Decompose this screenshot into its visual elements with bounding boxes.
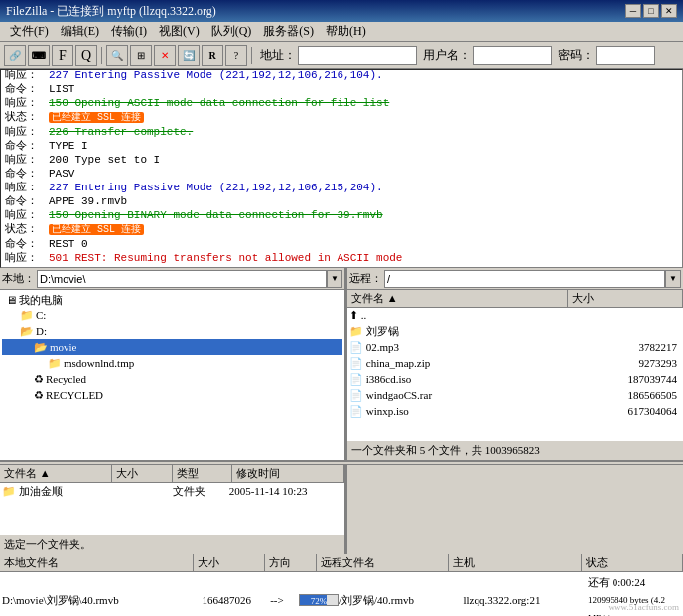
transfer-col-local[interactable]: 本地文件名 [0, 554, 194, 571]
maximize-button[interactable]: □ [643, 4, 659, 18]
local-file-row[interactable]: 📁 加油金顺文件夹2005-11-14 10:23 [0, 483, 344, 499]
tree-item[interactable]: ♻RECYCLED [2, 387, 342, 403]
tree-icon: ♻ [34, 371, 44, 387]
transfer-size: 166487026 [189, 591, 255, 609]
remote-file-size [568, 308, 681, 323]
log-line: 响应：227 Entering Passive Mode (221,192,12… [5, 69, 678, 82]
tree-icon: 🖥 [6, 292, 17, 308]
tree-label: RECYCLED [46, 387, 103, 403]
remote-file-row[interactable]: 📄 windgaoCS.rar186566505 [347, 387, 683, 403]
tree-icon: 📁 [48, 355, 62, 371]
transfer-col-dir[interactable]: 方向 [265, 554, 318, 571]
menu-file[interactable]: 文件(F) [4, 21, 55, 42]
log-line: 状态：已经建立 SSL 连接 [5, 110, 678, 125]
remote-file-row[interactable]: 📄 i386cd.iso187039744 [347, 371, 683, 387]
remote-file-row[interactable]: 📄 winxp.iso617304064 [347, 403, 683, 419]
local-file-date: 2005-11-14 10:23 [229, 483, 342, 499]
menu-queue[interactable]: 队列(Q) [205, 21, 258, 42]
tree-item[interactable]: 📁C: [2, 308, 342, 323]
toolbar-btn-search[interactable]: 🔍 [106, 45, 128, 66]
remote-file-row[interactable]: 📁 刘罗锅 [347, 323, 683, 339]
remote-panel: 远程： ▼ 文件名 ▲ 大小 ⬆ ..📁 刘罗锅📄 02.mp33782217📄… [347, 268, 683, 460]
password-input[interactable] [596, 46, 655, 65]
toolbar-btn-refresh[interactable]: 🔄 [178, 45, 200, 66]
log-prefix: 响应： [5, 208, 45, 222]
menu-transfer[interactable]: 传输(I) [105, 21, 153, 42]
log-text: 已经建立 SSL 连接 [49, 110, 144, 125]
local-address-input[interactable] [37, 270, 327, 288]
remote-address-input[interactable] [384, 270, 665, 288]
remote-file-name: 📄 i386cd.iso [349, 371, 568, 387]
transfer-row[interactable]: D:\movie\刘罗锅\40.rmvb166487026-->72%/刘罗锅/… [0, 572, 683, 616]
tree-icon: ♻ [34, 387, 44, 403]
tree-label: Recycled [46, 371, 86, 387]
log-text: 200 Type set to I [49, 153, 160, 167]
toolbar-btn-q[interactable]: Q [75, 45, 97, 66]
local-address-label: 本地： [2, 271, 35, 286]
remote-file-size: 3782217 [568, 339, 681, 355]
remote-file-row[interactable]: 📄 02.mp33782217 [347, 339, 683, 355]
remote-file-size: 186566505 [568, 387, 681, 403]
toolbar-btn-stop[interactable]: ✕ [154, 45, 176, 66]
menu-edit[interactable]: 编辑(E) [55, 21, 105, 42]
transfer-col-remote[interactable]: 远程文件名 [317, 554, 449, 571]
log-prefix: 响应： [5, 153, 45, 167]
log-line: 命令：LIST [5, 82, 678, 96]
address-label: 地址： [260, 47, 296, 63]
toolbar-btn-help[interactable]: ? [225, 45, 247, 66]
log-prefix: 响应： [5, 181, 45, 194]
toolbar-btn-r[interactable]: R [202, 45, 223, 66]
log-text: APPE 39.rmvb [49, 194, 127, 208]
log-prefix: 响应： [5, 69, 45, 82]
tree-item[interactable]: 📁msdownlnd.tmp [2, 355, 342, 371]
log-line: 命令：PASV [5, 167, 678, 181]
pass-label: 密码： [558, 47, 594, 63]
remote-file-size [568, 323, 681, 339]
username-input[interactable] [473, 46, 552, 65]
local-col-type[interactable]: 类型 [173, 465, 233, 482]
transfer-col-status[interactable]: 状态 [582, 554, 683, 571]
address-input[interactable] [298, 46, 417, 65]
log-prefix: 命令： [5, 194, 45, 208]
remote-file-row[interactable]: 📄 china_map.zip9273293 [347, 355, 683, 371]
transfer-col-host[interactable]: 主机 [449, 554, 581, 571]
toolbar-btn-5[interactable]: ⊞ [130, 45, 152, 66]
remote-file-name: 📄 winxp.iso [349, 403, 568, 419]
menu-bar: 文件(F) 编辑(E) 传输(I) 视图(V) 队列(Q) 服务器(S) 帮助(… [0, 22, 683, 42]
local-col-size[interactable]: 大小 [112, 465, 173, 482]
progress-bar: 72% [299, 594, 339, 606]
local-file-type: 文件夹 [173, 483, 229, 499]
menu-help[interactable]: 帮助(H) [320, 21, 372, 42]
remote-file-name: 📁 刘罗锅 [349, 323, 568, 339]
toolbar-btn-1[interactable]: 🔗 [4, 45, 26, 66]
log-prefix: 响应： [5, 96, 45, 110]
toolbar-btn-2[interactable]: ⌨ [28, 45, 50, 66]
remote-col-size[interactable]: 大小 [568, 290, 683, 307]
local-col-name[interactable]: 文件名 ▲ [0, 465, 112, 482]
window-controls[interactable]: ─ □ ✕ [625, 4, 677, 18]
local-col-date[interactable]: 修改时间 [232, 465, 344, 482]
log-line: 命令：APPE 39.rmvb [5, 194, 678, 208]
tree-item[interactable]: 🖥我的电脑 [2, 292, 342, 308]
log-line: 响应：150 Opening ASCII mode data connectio… [5, 96, 678, 110]
remote-file-row[interactable]: ⬆ .. [347, 308, 683, 323]
remote-address-dropdown[interactable]: ▼ [665, 270, 681, 288]
minimize-button[interactable]: ─ [625, 4, 641, 18]
log-prefix: 命令： [5, 237, 45, 251]
menu-view[interactable]: 视图(V) [153, 21, 205, 42]
menu-server[interactable]: 服务器(S) [257, 21, 320, 42]
remote-col-name[interactable]: 文件名 ▲ [347, 290, 568, 307]
local-address-dropdown[interactable]: ▼ [327, 270, 342, 288]
log-text: TYPE I [49, 139, 88, 153]
toolbar-btn-3[interactable]: F [52, 45, 73, 66]
close-button[interactable]: ✕ [661, 4, 677, 18]
local-tree[interactable]: 🖥我的电脑📁C:📂D:📂movie📁msdownlnd.tmp♻Recycled… [0, 290, 344, 460]
tree-label: D: [36, 323, 47, 339]
transfer-col-size[interactable]: 大小 [194, 554, 264, 571]
tree-item[interactable]: 📂D: [2, 323, 342, 339]
log-text: LIST [49, 82, 74, 96]
tree-item[interactable]: ♻Recycled [2, 371, 342, 387]
transfer-list: D:\movie\刘罗锅\40.rmvb166487026-->72%/刘罗锅/… [0, 572, 683, 616]
log-text: 227 Entering Passive Mode (221,192,12,10… [49, 69, 383, 82]
tree-item[interactable]: 📂movie [2, 339, 342, 355]
